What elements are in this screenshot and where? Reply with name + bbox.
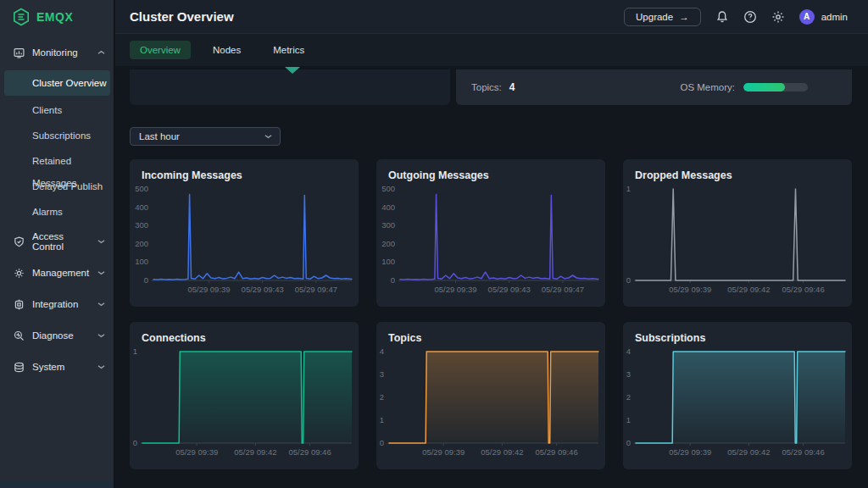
svg-text:05/29 09:42: 05/29 09:42 <box>481 447 523 457</box>
shield-icon <box>14 236 25 247</box>
svg-text:05/29 09:47: 05/29 09:47 <box>295 285 337 294</box>
sidebar-item-diagnose[interactable]: Diagnose <box>0 325 114 346</box>
svg-text:300: 300 <box>381 220 395 230</box>
svg-text:200: 200 <box>135 239 148 248</box>
svg-text:100: 100 <box>381 257 395 266</box>
svg-text:05/29 09:47: 05/29 09:47 <box>542 285 584 294</box>
svg-text:3: 3 <box>626 369 631 379</box>
sidebar-item-delayed-publish[interactable]: Delayed Publish <box>0 175 114 197</box>
chevron-down-icon <box>97 364 105 369</box>
connections-chart: 0105/29 09:3905/29 09:4205/29 09:46 <box>130 346 359 468</box>
sidebar-item-cluster-overview[interactable]: Cluster Overview <box>4 70 110 96</box>
help-icon[interactable] <box>743 10 757 24</box>
svg-text:05/29 09:39: 05/29 09:39 <box>175 447 218 457</box>
svg-text:05/29 09:39: 05/29 09:39 <box>187 285 230 294</box>
bell-icon[interactable] <box>715 10 729 24</box>
diagnose-icon <box>14 330 25 341</box>
sidebar-item-integration[interactable]: Integration <box>0 294 114 314</box>
chart-card-subscriptions: Subscriptions 0123405/29 09:3905/29 09:4… <box>623 322 852 469</box>
sidebar-item-label: System <box>32 362 90 372</box>
os-memory-label: OS Memory: <box>680 82 735 92</box>
svg-text:05/29 09:39: 05/29 09:39 <box>434 285 476 294</box>
os-memory-progress-fill <box>743 83 785 92</box>
svg-text:0: 0 <box>144 275 148 285</box>
topics-chart: 0123405/29 09:3905/29 09:4205/29 09:46 <box>376 346 605 468</box>
topics-value: 4 <box>509 81 515 93</box>
time-range-value: Last hour <box>131 131 264 141</box>
tab-overview[interactable]: Overview <box>130 41 191 59</box>
tab-metrics[interactable]: Metrics <box>263 41 314 59</box>
svg-text:0: 0 <box>133 438 137 447</box>
main-content: Overview Nodes Metrics Topics: 4 OS Memo… <box>115 34 868 488</box>
svg-text:05/29 09:39: 05/29 09:39 <box>669 447 711 457</box>
subscriptions-chart: 0123405/29 09:3905/29 09:4205/29 09:46 <box>623 346 852 468</box>
svg-text:0: 0 <box>626 438 631 447</box>
sidebar-nav: Monitoring Cluster Overview Clients Subs… <box>0 34 114 480</box>
svg-text:1: 1 <box>380 415 384 424</box>
overview-strip: Topics: 4 OS Memory: <box>130 69 852 105</box>
sidebar-item-monitoring[interactable]: Monitoring <box>0 42 114 63</box>
svg-text:1: 1 <box>626 415 631 424</box>
svg-text:500: 500 <box>135 184 148 193</box>
sidebar-item-label: Management <box>32 268 90 278</box>
svg-text:05/29 09:46: 05/29 09:46 <box>782 285 825 294</box>
gear-icon[interactable] <box>771 10 785 24</box>
monitoring-submenu: Cluster Overview Clients Subscriptions R… <box>0 70 114 223</box>
chart-title: Incoming Messages <box>130 159 359 181</box>
chart-card-dropped-messages: Dropped Messages 0105/29 09:3905/29 09:4… <box>623 159 852 307</box>
svg-text:100: 100 <box>135 257 148 266</box>
svg-text:05/29 09:39: 05/29 09:39 <box>669 285 711 294</box>
chevron-down-icon <box>97 239 105 244</box>
topics-stat: Topics: 4 <box>471 81 515 93</box>
svg-text:05/29 09:46: 05/29 09:46 <box>289 447 331 457</box>
chart-card-outgoing-messages: Outgoing Messages 010020030040050005/29 … <box>376 159 605 307</box>
svg-text:05/29 09:39: 05/29 09:39 <box>422 447 465 457</box>
chevron-down-icon <box>97 270 105 275</box>
sidebar-item-management[interactable]: Management <box>0 263 114 283</box>
sidebar-item-retained-messages[interactable]: Retained Messages <box>0 150 114 172</box>
chart-card-connections: Connections 0105/29 09:3905/29 09:4205/2… <box>130 322 359 469</box>
chart-title: Connections <box>130 322 359 344</box>
sidebar-item-subscriptions[interactable]: Subscriptions <box>0 125 114 147</box>
logo[interactable]: EMQX <box>0 0 114 34</box>
upgrade-button[interactable]: Upgrade → <box>624 8 701 26</box>
svg-text:300: 300 <box>135 220 148 230</box>
sidebar-item-clients[interactable]: Clients <box>0 99 114 121</box>
tabstrip: Overview Nodes Metrics <box>115 34 868 66</box>
svg-text:05/29 09:46: 05/29 09:46 <box>782 447 825 457</box>
arrow-right-icon: → <box>679 12 689 22</box>
time-range-select[interactable]: Last hour <box>130 127 281 146</box>
username[interactable]: admin <box>821 12 848 22</box>
sidebar-item-label: Monitoring <box>32 47 90 58</box>
chart-card-topics: Topics 0123405/29 09:3905/29 09:4205/29 … <box>376 322 605 469</box>
logo-text: EMQX <box>36 10 73 24</box>
charts-grid: Incoming Messages 010020030040050005/29 … <box>130 159 860 485</box>
tab-nodes[interactable]: Nodes <box>203 41 251 59</box>
svg-text:05/29 09:43: 05/29 09:43 <box>488 285 531 294</box>
page-title: Cluster Overview <box>130 9 624 24</box>
node-card-partial <box>130 69 450 105</box>
chart-title: Outgoing Messages <box>376 159 605 181</box>
incoming-messages-chart: 010020030040050005/29 09:3905/29 09:4305… <box>130 183 359 305</box>
upgrade-label: Upgrade <box>636 12 673 22</box>
sidebar-item-alarms[interactable]: Alarms <box>0 201 114 223</box>
chart-title: Subscriptions <box>623 322 852 344</box>
sidebar-item-label: Access Control <box>32 231 90 252</box>
sidebar-item-label: Integration <box>32 299 90 309</box>
sidebar-item-access-control[interactable]: Access Control <box>0 231 114 252</box>
chevron-down-icon <box>97 302 105 307</box>
sidebar-item-label: Diagnose <box>32 330 90 341</box>
svg-text:05/29 09:43: 05/29 09:43 <box>242 285 284 294</box>
management-icon <box>14 268 25 279</box>
chevron-down-icon <box>264 134 272 139</box>
svg-text:05/29 09:42: 05/29 09:42 <box>727 285 770 294</box>
svg-text:400: 400 <box>135 202 148 212</box>
stats-card-partial: Topics: 4 OS Memory: <box>456 69 852 105</box>
chevron-down-icon <box>97 333 105 338</box>
svg-text:05/29 09:42: 05/29 09:42 <box>234 447 276 457</box>
sidebar: EMQX Monitoring Cluster Overview Clients… <box>0 0 114 488</box>
sidebar-item-system[interactable]: System <box>0 357 114 377</box>
avatar[interactable]: A <box>799 9 815 25</box>
header: Cluster Overview Upgrade → A admin <box>115 0 868 34</box>
outgoing-messages-chart: 010020030040050005/29 09:3905/29 09:4305… <box>376 183 605 305</box>
